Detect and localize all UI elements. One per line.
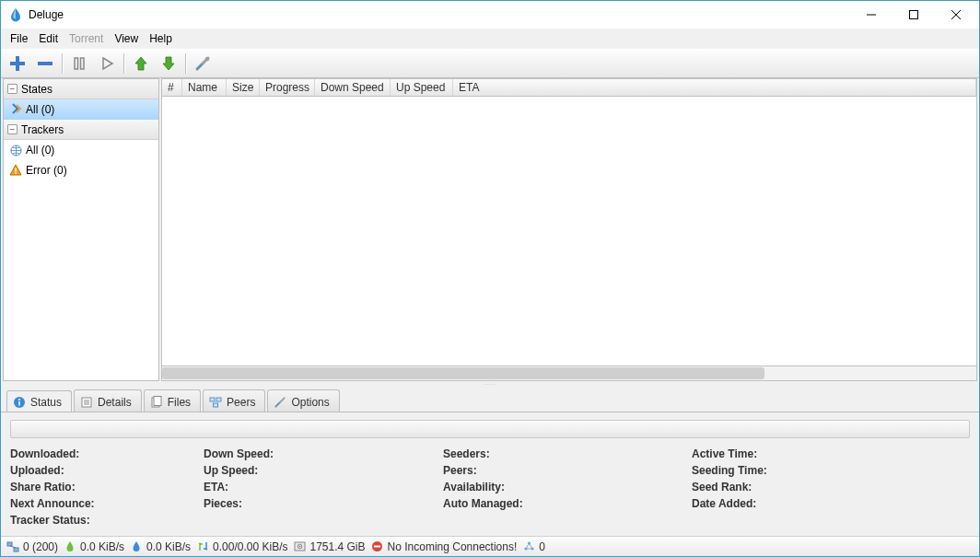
details-icon <box>80 396 93 409</box>
menu-view[interactable]: View <box>109 30 144 47</box>
sidebar-all-label: All (0) <box>26 103 54 116</box>
tab-details[interactable]: Details <box>74 389 142 412</box>
label-up-speed: Up Speed: <box>204 464 443 477</box>
status-protocol[interactable]: 0.00/0.00 KiB/s <box>196 540 287 553</box>
column-size[interactable]: Size <box>227 79 260 96</box>
statusbar: 0 (200) 0.0 KiB/s 0.0 KiB/s 0.00/0.00 Ki… <box>1 536 979 556</box>
minimize-button[interactable] <box>850 1 892 29</box>
down-drop-icon <box>64 540 76 553</box>
disk-icon <box>293 540 306 553</box>
resume-button[interactable] <box>94 52 120 75</box>
label-seeders: Seeders: <box>443 447 692 460</box>
options-icon <box>274 396 286 409</box>
svg-rect-14 <box>18 401 20 406</box>
tab-status[interactable]: Status <box>6 390 72 412</box>
up-drop-icon <box>130 540 143 553</box>
toolbar <box>1 49 979 78</box>
torrent-columns-header[interactable]: # Name Size Progress Down Speed Up Speed… <box>161 78 977 97</box>
label-tracker-status: Tracker Status: <box>10 514 204 527</box>
label-next-announce: Next Announce: <box>10 497 204 510</box>
label-availability: Availability: <box>443 481 692 493</box>
status-down-speed[interactable]: 0.0 KiB/s <box>64 540 124 553</box>
label-eta: ETA: <box>204 481 443 493</box>
sidebar-header-states[interactable]: − States <box>4 79 158 99</box>
scrollbar-thumb[interactable] <box>162 367 764 379</box>
svg-rect-26 <box>14 548 18 551</box>
column-progress[interactable]: Progress <box>260 79 315 96</box>
svg-rect-32 <box>374 546 380 548</box>
svg-rect-11 <box>15 168 16 172</box>
svg-rect-24 <box>214 403 218 407</box>
maximize-button[interactable] <box>892 1 935 29</box>
status-up-speed[interactable]: 0.0 KiB/s <box>130 540 191 553</box>
status-disk[interactable]: 1751.4 GiB <box>293 540 365 553</box>
svg-point-15 <box>18 399 20 400</box>
main-area: − States All (0) − Trackers All (0) Erro… <box>1 78 979 381</box>
horizontal-scrollbar[interactable] <box>161 366 977 381</box>
all-icon <box>9 103 22 116</box>
column-down[interactable]: Down Speed <box>315 79 391 96</box>
column-up[interactable]: Up Speed <box>391 79 453 96</box>
globe-icon <box>9 144 22 157</box>
label-pieces: Pieces: <box>204 497 443 510</box>
label-auto-managed: Auto Managed: <box>443 497 692 510</box>
column-eta[interactable]: ETA <box>453 79 976 96</box>
menu-help[interactable]: Help <box>144 30 178 47</box>
warning-icon <box>9 164 22 177</box>
remove-torrent-button[interactable] <box>32 52 58 75</box>
tab-files[interactable]: Files <box>144 389 201 412</box>
files-icon <box>150 396 163 409</box>
svg-rect-1 <box>910 11 918 19</box>
menubar: File Edit Torrent View Help <box>1 29 979 49</box>
collapse-icon[interactable]: − <box>7 84 18 94</box>
pause-button[interactable] <box>66 52 92 75</box>
menu-file[interactable]: File <box>5 30 33 47</box>
label-active-time: Active Time: <box>692 447 970 460</box>
status-warning[interactable]: No Incoming Connections! <box>371 540 518 553</box>
label-peers: Peers: <box>443 464 692 477</box>
svg-rect-6 <box>38 62 52 65</box>
svg-rect-21 <box>154 396 161 405</box>
svg-rect-5 <box>10 62 25 65</box>
label-share-ratio: Share Ratio: <box>10 481 204 493</box>
tab-peers[interactable]: Peers <box>203 389 265 412</box>
status-panel: Downloaded: Down Speed: Seeders: Active … <box>1 412 979 536</box>
sidebar-trackers-label: Trackers <box>21 123 64 136</box>
svg-line-27 <box>10 546 16 548</box>
svg-point-30 <box>299 546 301 548</box>
svg-rect-25 <box>7 542 12 546</box>
menu-torrent: Torrent <box>64 30 109 47</box>
column-name[interactable]: Name <box>182 79 227 96</box>
collapse-icon[interactable]: − <box>7 124 18 134</box>
dht-icon <box>522 540 535 553</box>
sidebar-item-all[interactable]: All (0) <box>4 99 158 120</box>
sidebar-header-trackers[interactable]: − Trackers <box>4 120 158 140</box>
preferences-button[interactable] <box>190 52 216 75</box>
tab-options[interactable]: Options <box>267 389 339 412</box>
label-downloaded: Downloaded: <box>10 447 204 460</box>
status-connections[interactable]: 0 (200) <box>6 540 58 553</box>
close-button[interactable] <box>935 1 977 29</box>
torrent-list-wrapper: # Name Size Progress Down Speed Up Speed… <box>161 78 977 381</box>
queue-up-button[interactable] <box>128 52 154 75</box>
detail-tabs: Status Details Files Peers Options <box>1 387 979 412</box>
progress-bar <box>10 420 970 438</box>
label-uploaded: Uploaded: <box>10 464 204 477</box>
sidebar-trackers-all-label: All (0) <box>26 144 54 157</box>
svg-rect-23 <box>216 398 221 401</box>
queue-down-button[interactable] <box>156 52 181 75</box>
column-num[interactable]: # <box>162 79 182 96</box>
svg-rect-22 <box>210 398 215 401</box>
svg-rect-7 <box>75 58 78 69</box>
status-dht[interactable]: 0 <box>522 540 545 553</box>
add-torrent-button[interactable] <box>5 52 30 75</box>
sidebar-states-label: States <box>21 83 52 96</box>
label-seeding-time: Seeding Time: <box>692 464 970 477</box>
sidebar-item-trackers-error[interactable]: Error (0) <box>4 160 158 180</box>
titlebar: Deluge <box>1 1 979 29</box>
label-down-speed: Down Speed: <box>204 447 443 460</box>
forbidden-icon <box>371 540 384 553</box>
torrent-list[interactable] <box>161 97 977 366</box>
sidebar-item-trackers-all[interactable]: All (0) <box>4 140 158 160</box>
menu-edit[interactable]: Edit <box>33 30 64 47</box>
